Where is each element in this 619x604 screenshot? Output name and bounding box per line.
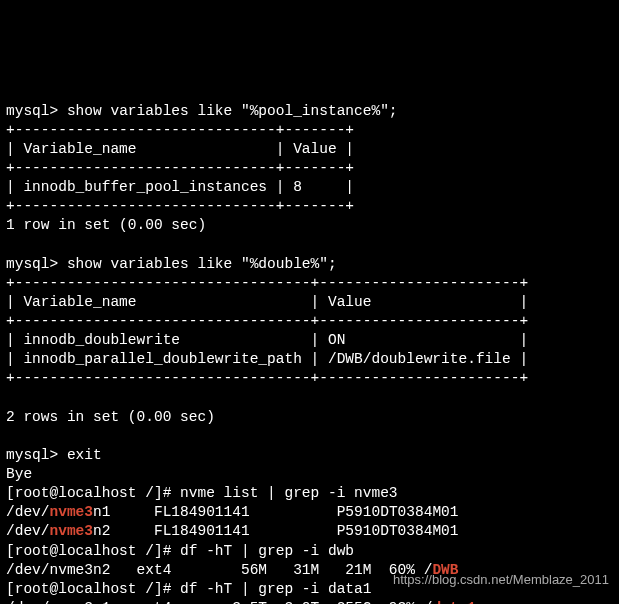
- df-line: /dev/nvme3n1 ext4 3.5T 3.0T 255G 93% /da…: [6, 600, 476, 604]
- highlight: nvme3: [50, 504, 94, 520]
- highlight: nvme3: [50, 523, 94, 539]
- table-row: | innodb_buffer_pool_instances | 8 |: [6, 179, 354, 195]
- table-row: | innodb_parallel_doublewrite_path | /DW…: [6, 351, 528, 367]
- mysql-command: exit: [67, 447, 102, 463]
- shell-prompt: [root@localhost /]#: [6, 543, 180, 559]
- shell-command: df -hT | grep -i data1: [180, 581, 371, 597]
- table-sep: +----------------------------------+----…: [6, 313, 528, 329]
- nvme-line: /dev/nvme3n2 FL184901141 P5910DT0384M01: [6, 523, 459, 539]
- table-sep: +----------------------------------+----…: [6, 370, 528, 386]
- mysql-prompt: mysql>: [6, 103, 67, 119]
- result-summary: 2 rows in set (0.00 sec): [6, 409, 215, 425]
- table-head: | Variable_name | Value |: [6, 294, 528, 310]
- table-row: | innodb_doublewrite | ON |: [6, 332, 528, 348]
- shell-command: df -hT | grep -i dwb: [180, 543, 354, 559]
- shell-prompt: [root@localhost /]#: [6, 485, 180, 501]
- mysql-command: show variables like "%double%";: [67, 256, 337, 272]
- shell-prompt: [root@localhost /]#: [6, 581, 180, 597]
- result-summary: 1 row in set (0.00 sec): [6, 217, 206, 233]
- table-sep: +------------------------------+-------+: [6, 122, 354, 138]
- table-sep: +------------------------------+-------+: [6, 198, 354, 214]
- shell-command: nvme list | grep -i nvme3: [180, 485, 398, 501]
- df-line: /dev/nvme3n2 ext4 56M 31M 21M 60% /DWB: [6, 562, 458, 578]
- bye-message: Bye: [6, 466, 32, 482]
- nvme-line: /dev/nvme3n1 FL184901141 P5910DT0384M01: [6, 504, 459, 520]
- watermark: https://blog.csdn.net/Memblaze_2011: [393, 571, 609, 588]
- mysql-command: show variables like "%pool_instance%";: [67, 103, 398, 119]
- terminal-output: mysql> show variables like "%pool_instan…: [6, 83, 613, 605]
- table-sep: +----------------------------------+----…: [6, 275, 528, 291]
- table-sep: +------------------------------+-------+: [6, 160, 354, 176]
- table-head: | Variable_name | Value |: [6, 141, 354, 157]
- mysql-prompt: mysql>: [6, 256, 67, 272]
- mysql-prompt: mysql>: [6, 447, 67, 463]
- highlight: data1: [432, 600, 476, 604]
